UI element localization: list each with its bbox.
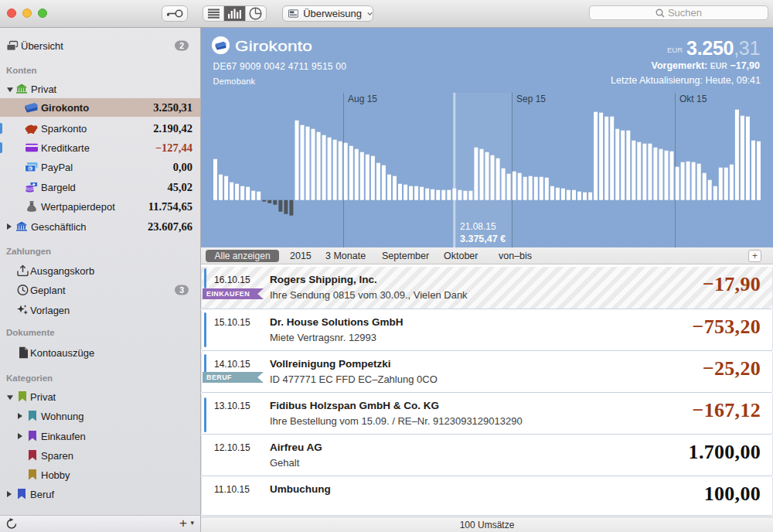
svg-text:Sep 15: Sep 15 <box>516 94 546 104</box>
svg-text:Aug 15: Aug 15 <box>348 94 377 104</box>
svg-text:21.08.15: 21.08.15 <box>460 221 496 232</box>
svg-text:Okt 15: Okt 15 <box>679 94 707 104</box>
svg-text:3.375,47 €: 3.375,47 € <box>460 234 506 244</box>
